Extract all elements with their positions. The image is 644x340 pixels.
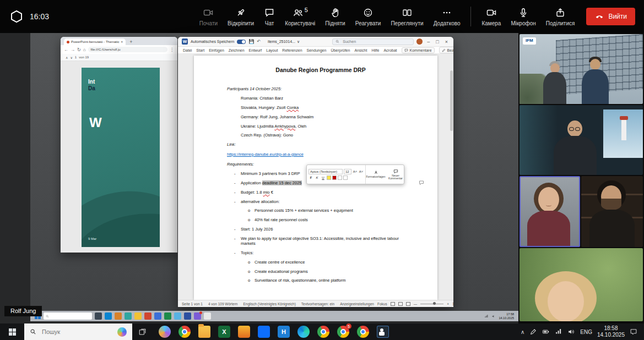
- taskbar-search-input[interactable]: [41, 328, 101, 336]
- save-icon[interactable]: 💾: [248, 40, 254, 44]
- volume-icon[interactable]: [491, 314, 496, 319]
- teams-icon[interactable]: [377, 326, 389, 338]
- photos-app-icon[interactable]: [115, 312, 122, 320]
- mail-app-icon[interactable]: [105, 312, 112, 320]
- menu-datei[interactable]: Datei: [183, 48, 192, 52]
- share-button[interactable]: Поділитися: [541, 7, 580, 26]
- status-page[interactable]: Seite 1 von 1: [182, 302, 203, 306]
- tab-close-icon[interactable]: ×: [121, 40, 123, 43]
- menu-zeichnen[interactable]: Zeichnen: [229, 48, 245, 52]
- edge-app-icon[interactable]: [174, 312, 181, 320]
- font-name-select[interactable]: Aptos (Textkörper): [309, 169, 343, 174]
- menu-acrobat[interactable]: Acrobat: [383, 48, 397, 52]
- print-layout-icon[interactable]: [398, 302, 403, 306]
- participants-button[interactable]: 5 Користувачі: [280, 7, 320, 26]
- status-language[interactable]: Englisch (Vereinigtes Königreich): [243, 302, 295, 306]
- raise-hand-button[interactable]: Підняти: [320, 7, 350, 26]
- menu-layout[interactable]: Layout: [266, 48, 278, 52]
- comment-marker-icon[interactable]: [419, 180, 424, 185]
- action-center-icon[interactable]: [630, 328, 637, 336]
- desktop-search-box[interactable]: [44, 312, 92, 320]
- video-tile-2[interactable]: [519, 105, 643, 175]
- app-icon[interactable]: [125, 312, 132, 320]
- font-size-select[interactable]: 12: [344, 169, 351, 174]
- chrome-icon[interactable]: [178, 326, 191, 338]
- language-indicator[interactable]: ENG: [580, 329, 592, 335]
- react-button[interactable]: Реагувати: [350, 7, 386, 26]
- copilot-icon[interactable]: [159, 326, 171, 338]
- view-button[interactable]: Переглянути: [386, 7, 428, 26]
- undo-icon[interactable]: ↶: [257, 40, 261, 44]
- restore-button[interactable]: □: [434, 39, 440, 45]
- status-wordcount[interactable]: 4 von 109 Wörtern: [208, 302, 237, 306]
- camera-button[interactable]: Камера: [477, 7, 506, 26]
- menu-ansicht[interactable]: Ansicht: [354, 48, 367, 52]
- vertical-scrollbar[interactable]: [450, 70, 453, 131]
- menu-entwurf[interactable]: Entwurf: [249, 48, 262, 52]
- teams-app-icon[interactable]: [194, 312, 201, 320]
- chat-button[interactable]: Чат: [259, 7, 280, 26]
- italic-button[interactable]: K: [315, 176, 320, 180]
- powerpoint-app-icon[interactable]: [184, 312, 191, 320]
- display-settings[interactable]: Anzeigeeinstellungen: [340, 302, 374, 306]
- start-button[interactable]: [0, 323, 24, 340]
- leave-button[interactable]: Вийти: [586, 8, 635, 25]
- shrink-font-button[interactable]: A˅: [359, 169, 364, 174]
- battery-icon[interactable]: [542, 328, 550, 336]
- start-button[interactable]: Почати: [194, 7, 223, 26]
- zoom-in-button[interactable]: +: [447, 302, 449, 306]
- new-comment-button[interactable]: Neuer Kommentar: [386, 165, 405, 184]
- forward-icon[interactable]: →: [71, 47, 75, 52]
- highlight-color-button[interactable]: [327, 176, 331, 180]
- video-tile-1[interactable]: IFM: [519, 34, 643, 104]
- page-up-icon[interactable]: ∧: [66, 56, 68, 59]
- tray-expand-icon[interactable]: ∧: [521, 329, 524, 335]
- refresh-icon[interactable]: ↻: [77, 47, 81, 52]
- menu-sendungen[interactable]: Sendungen: [307, 48, 327, 52]
- chrome-icon-2[interactable]: [317, 326, 329, 338]
- menu-ueberpruefen[interactable]: Überprüfen: [331, 48, 350, 52]
- network-icon[interactable]: [484, 314, 489, 319]
- menu-hilfe[interactable]: Hilfe: [371, 48, 379, 52]
- minimize-button[interactable]: –: [425, 39, 431, 45]
- document-hyperlink[interactable]: https://interreg-danube.eu/drp-at-a-glan…: [227, 152, 304, 157]
- status-predictions[interactable]: Textvorhersagen: ein: [301, 302, 334, 306]
- back-icon[interactable]: ←: [64, 47, 68, 52]
- menu-einfuegen[interactable]: Einfügen: [209, 48, 224, 52]
- chrome-icon-4[interactable]: [357, 326, 369, 338]
- weather-widget-icon[interactable]: [117, 327, 127, 337]
- page-down-icon[interactable]: ∨: [70, 56, 72, 59]
- volume-icon[interactable]: [567, 328, 575, 336]
- comments-button[interactable]: Kommentare: [402, 47, 435, 53]
- microphone-button[interactable]: Мікрофон: [506, 7, 540, 26]
- new-tab-button[interactable]: +: [129, 39, 132, 45]
- app-icon[interactable]: [204, 312, 211, 320]
- read-mode-icon[interactable]: [391, 302, 395, 306]
- network-icon[interactable]: [555, 328, 562, 336]
- underline-button[interactable]: U: [321, 176, 326, 180]
- browser-window[interactable]: PowerPoint-bemutató - Thematic × + ← → ↻…: [61, 37, 177, 253]
- folder-icon[interactable]: [134, 312, 142, 320]
- word-search-input[interactable]: [342, 39, 397, 44]
- video-tile-5[interactable]: [519, 248, 643, 321]
- task-view-button[interactable]: [132, 323, 152, 340]
- app-h-icon[interactable]: H: [278, 326, 290, 338]
- styles-button[interactable]: Formatvorlagen: [366, 165, 386, 184]
- app-icon[interactable]: [144, 312, 151, 320]
- close-button[interactable]: ×: [443, 39, 450, 45]
- video-tile-4[interactable]: [581, 176, 643, 247]
- editing-mode-button[interactable]: Bearbeitung ∨: [439, 47, 453, 53]
- menu-referenzen[interactable]: Referenzen: [282, 48, 302, 52]
- taskbar-search-box[interactable]: [24, 323, 132, 340]
- browser-tab[interactable]: PowerPoint-bemutató - Thematic ×: [64, 39, 126, 45]
- video-tile-3-active-speaker[interactable]: [519, 176, 580, 247]
- home-icon[interactable]: ⌂: [83, 47, 86, 52]
- zoom-out-button[interactable]: —: [414, 302, 418, 306]
- task-view-icon[interactable]: [95, 312, 102, 320]
- web-layout-icon[interactable]: [406, 302, 410, 306]
- game-app-icon[interactable]: [238, 326, 250, 338]
- chrome-icon-3[interactable]: 5: [337, 326, 349, 338]
- calculator-icon[interactable]: [258, 326, 270, 338]
- document-name[interactable]: items_251014... ∨: [268, 40, 300, 44]
- more-button[interactable]: Додатково: [429, 7, 466, 26]
